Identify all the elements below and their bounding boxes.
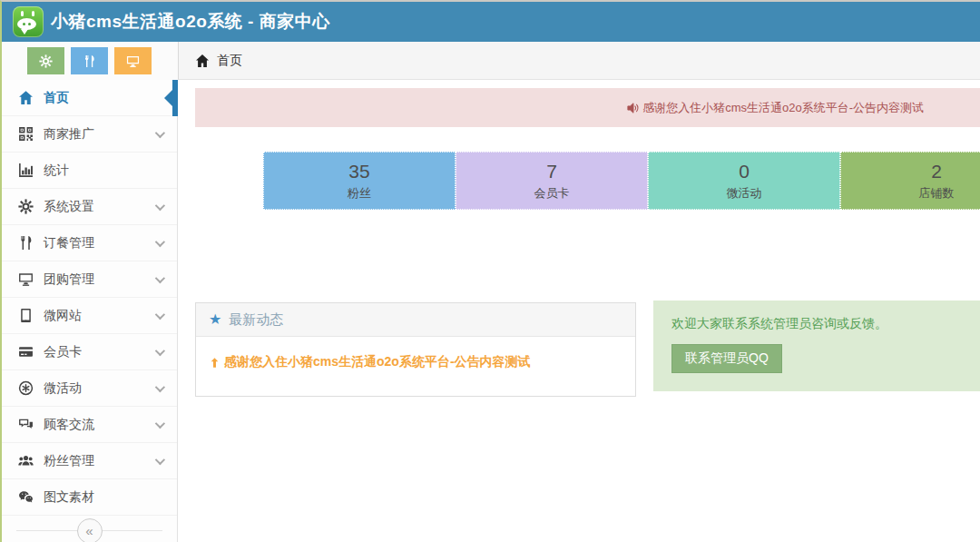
contact-admin-qq-button[interactable]: 联系管理员QQ bbox=[671, 344, 782, 373]
settings-quick-button[interactable] bbox=[27, 47, 64, 74]
chevron-down-icon bbox=[155, 381, 165, 391]
sidebar-item-label: 系统设置 bbox=[44, 199, 150, 215]
xiaozhu-cms-logo-icon bbox=[13, 6, 44, 37]
star-icon: ★ bbox=[209, 312, 221, 327]
sidebar-item-system-settings[interactable]: 系统设置 bbox=[2, 189, 177, 225]
stat-label: 会员卡 bbox=[456, 185, 647, 202]
chevron-down-icon bbox=[155, 236, 165, 246]
announcement-banner: 感谢您入住小猪cms生活通o2o系统平台-公告内容测试 bbox=[195, 88, 980, 127]
merchant-center-window: 小猪cms生活通o2o系统 - 商家中心 首页 首页 商家推广 bbox=[0, 0, 980, 542]
sidebar-item-micro-site[interactable]: 微网站 bbox=[2, 298, 177, 334]
sidebar-item-home[interactable]: 首页 bbox=[2, 80, 177, 116]
main-content: 感谢您入住小猪cms生活通o2o系统平台-公告内容测试 35 粉丝 7 会员卡 … bbox=[178, 80, 980, 542]
comments-icon bbox=[18, 417, 34, 432]
sidebar-item-label: 粉丝管理 bbox=[44, 453, 150, 469]
latest-news-title: 最新动态 bbox=[229, 311, 283, 329]
chevron-down-icon bbox=[155, 309, 165, 319]
sidebar-item-label: 团购管理 bbox=[44, 271, 150, 288]
quick-toolbar bbox=[2, 42, 178, 80]
latest-news-panel: ★ 最新动态 感谢您入住小猪cms生活通o2o系统平台-公告内容测试 bbox=[195, 302, 636, 397]
sidebar: 首页 商家推广 统计 系统设置 订餐管理 团购管理 微网站 bbox=[2, 80, 178, 542]
sidebar-item-label: 微网站 bbox=[44, 308, 150, 324]
sidebar-item-media-material[interactable]: 图文素材 bbox=[2, 479, 177, 516]
groupbuy-quick-button[interactable] bbox=[114, 47, 152, 74]
ordering-quick-button[interactable] bbox=[71, 47, 108, 74]
utensils-icon bbox=[18, 235, 34, 251]
utensils-icon bbox=[83, 54, 96, 68]
stat-value: 35 bbox=[264, 161, 455, 182]
stat-label: 微活动 bbox=[649, 185, 839, 202]
chevron-down-icon bbox=[155, 200, 165, 210]
stat-card-micro-activities: 0 微活动 bbox=[648, 152, 840, 210]
sidebar-collapse-button[interactable]: « bbox=[77, 518, 103, 542]
app-header: 小猪cms生活通o2o系统 - 商家中心 bbox=[2, 2, 980, 42]
wechat-icon bbox=[18, 489, 34, 505]
sidebar-item-label: 统计 bbox=[44, 163, 162, 179]
stat-label: 粉丝 bbox=[264, 185, 455, 202]
monitor-icon bbox=[126, 54, 140, 68]
sidebar-item-label: 微活动 bbox=[44, 380, 150, 397]
contact-admin-panel: 欢迎大家联系系统管理员咨询或反馈。 联系管理员QQ bbox=[653, 301, 980, 391]
chevron-down-icon bbox=[155, 454, 165, 464]
stats-row: 35 粉丝 7 会员卡 0 微活动 2 店铺数 bbox=[263, 152, 980, 210]
chevron-down-icon bbox=[155, 272, 165, 282]
home-icon bbox=[18, 90, 34, 105]
sidebar-item-micro-activity[interactable]: 微活动 bbox=[2, 370, 177, 407]
stat-value: 7 bbox=[456, 161, 647, 182]
sidebar-item-label: 会员卡 bbox=[44, 344, 150, 360]
sub-bar: 首页 bbox=[2, 42, 980, 80]
stat-card-membership-cards: 7 会员卡 bbox=[456, 152, 648, 210]
chevron-down-icon bbox=[155, 345, 165, 355]
sidebar-item-label: 顾客交流 bbox=[44, 417, 150, 433]
breadcrumb: 首页 bbox=[178, 42, 980, 80]
announcement-text: 感谢您入住小猪cms生活通o2o系统平台-公告内容测试 bbox=[642, 100, 924, 116]
latest-news-item-link[interactable]: 感谢您入住小猪cms生活通o2o系统平台-公告内容测试 bbox=[209, 354, 622, 370]
credit-card-icon bbox=[18, 344, 34, 360]
activity-icon bbox=[18, 380, 34, 396]
arrow-up-icon bbox=[209, 357, 220, 369]
sidebar-item-groupbuy-management[interactable]: 团购管理 bbox=[2, 261, 177, 298]
sidebar-item-ordering-management[interactable]: 订餐管理 bbox=[2, 225, 177, 261]
announcement-text-row: 感谢您入住小猪cms生活通o2o系统平台-公告内容测试 bbox=[627, 100, 924, 116]
latest-news-body: 感谢您入住小猪cms生活通o2o系统平台-公告内容测试 bbox=[196, 337, 635, 388]
gear-icon bbox=[18, 199, 34, 214]
sidebar-item-fans-management[interactable]: 粉丝管理 bbox=[2, 443, 177, 479]
contact-admin-message: 欢迎大家联系系统管理员咨询或反馈。 bbox=[671, 316, 980, 332]
home-icon bbox=[195, 54, 210, 68]
stat-value: 0 bbox=[649, 161, 839, 182]
sidebar-item-label: 商家推广 bbox=[44, 126, 150, 143]
breadcrumb-home-link[interactable]: 首页 bbox=[217, 53, 242, 69]
mobile-icon bbox=[18, 308, 34, 323]
speaker-icon bbox=[627, 102, 640, 114]
chevron-down-icon bbox=[155, 127, 165, 137]
users-icon bbox=[18, 453, 34, 468]
sidebar-item-statistics[interactable]: 统计 bbox=[2, 153, 177, 189]
gear-icon bbox=[39, 54, 53, 68]
qrcode-icon bbox=[18, 126, 34, 142]
stat-card-fans: 35 粉丝 bbox=[263, 152, 456, 210]
app-title: 小猪cms生活通o2o系统 - 商家中心 bbox=[51, 10, 330, 34]
stat-card-shops: 2 店铺数 bbox=[840, 152, 980, 210]
sidebar-collapse-row: « bbox=[2, 516, 177, 542]
latest-news-item-text: 感谢您入住小猪cms生活通o2o系统平台-公告内容测试 bbox=[224, 354, 531, 370]
bar-chart-icon bbox=[18, 163, 34, 178]
sidebar-item-label: 订餐管理 bbox=[44, 235, 150, 251]
monitor-icon bbox=[18, 271, 34, 287]
sidebar-item-label: 首页 bbox=[44, 90, 162, 106]
stat-label: 店铺数 bbox=[841, 185, 980, 202]
sidebar-item-customer-communication[interactable]: 顾客交流 bbox=[2, 407, 177, 443]
chevron-down-icon bbox=[155, 418, 165, 428]
latest-news-header: ★ 最新动态 bbox=[196, 303, 635, 337]
sidebar-item-label: 图文素材 bbox=[44, 489, 162, 506]
sidebar-item-merchant-promotion[interactable]: 商家推广 bbox=[2, 116, 177, 153]
stat-value: 2 bbox=[841, 161, 980, 182]
sidebar-item-membership-card[interactable]: 会员卡 bbox=[2, 334, 177, 370]
